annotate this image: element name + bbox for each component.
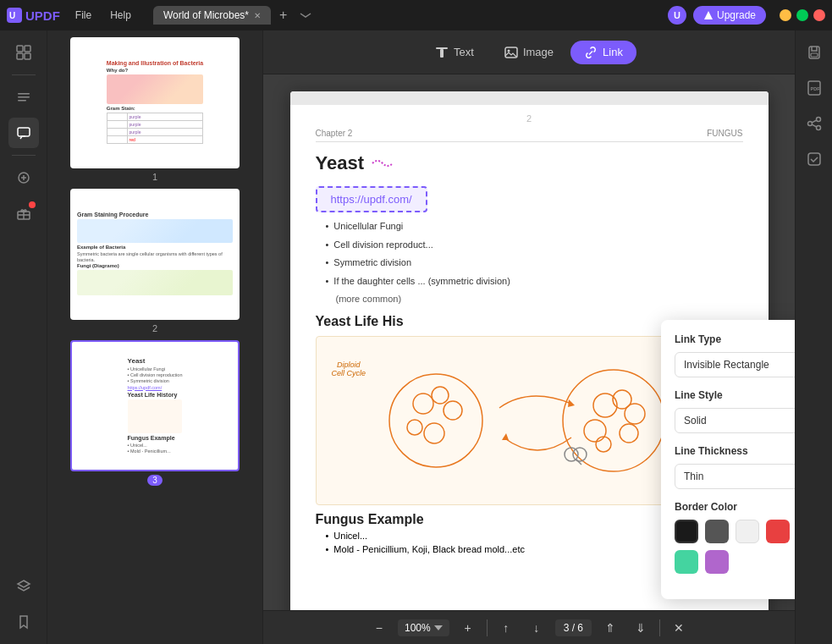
- color-swatch-6[interactable]: [705, 550, 729, 574]
- color-swatch-2[interactable]: [736, 520, 759, 543]
- page-up-button[interactable]: ↑: [494, 616, 518, 640]
- maximize-button[interactable]: □: [796, 9, 808, 21]
- toolbar: Text Image Link: [263, 30, 795, 74]
- tab-close-icon[interactable]: ✕: [254, 11, 261, 20]
- tab-overflow-icon[interactable]: [299, 8, 312, 22]
- color-swatch-1[interactable]: [705, 520, 729, 543]
- tab-world-microbes[interactable]: World of Microbes* ✕: [153, 6, 271, 25]
- color-swatch-3[interactable]: [766, 520, 790, 543]
- thumbnail-3[interactable]: Yeast • Unicellular Fungi• Cell division…: [54, 340, 256, 486]
- thumb-box-2[interactable]: Gram Staining Procedure Example of Bacte…: [70, 189, 240, 320]
- link-type-select[interactable]: Invisible Rectangle Visible Rectangle: [675, 352, 795, 377]
- right-check-icon[interactable]: [799, 144, 829, 174]
- svg-point-39: [816, 118, 820, 122]
- minimize-button[interactable]: −: [780, 9, 791, 21]
- thumb-num-2: 2: [152, 323, 157, 333]
- svg-point-30: [584, 420, 606, 442]
- squiggle-icon: [371, 156, 394, 171]
- bullet-daughter: If the daughter cells ... (symmetric div…: [326, 274, 743, 289]
- sidebar-bookmark-icon[interactable]: [8, 607, 39, 637]
- upgrade-button[interactable]: Upgrade: [693, 6, 766, 25]
- avatar: U: [668, 6, 686, 25]
- sidebar-edit-icon[interactable]: [8, 82, 39, 113]
- svg-point-18: [413, 394, 433, 414]
- right-share-icon[interactable]: [799, 108, 829, 139]
- line-style-select[interactable]: Solid Dashed Dotted: [675, 408, 795, 433]
- svg-point-41: [816, 126, 820, 130]
- line-style-section: Line Style Solid Dashed Dotted: [675, 389, 795, 433]
- link-tool-icon: [584, 46, 598, 59]
- diploid-label: DiploidCell Cycle: [332, 361, 366, 377]
- svg-point-20: [444, 401, 462, 420]
- image-tool-button[interactable]: Image: [491, 41, 567, 64]
- sidebar-thumbnail-icon[interactable]: [8, 37, 39, 68]
- thumb-num-3: 3: [147, 475, 163, 486]
- sidebar-divider-2: [12, 155, 36, 156]
- thumbnail-2[interactable]: Gram Staining Procedure Example of Bacte…: [54, 189, 256, 333]
- line-thickness-select[interactable]: Thin Medium Thick: [675, 464, 795, 489]
- svg-point-31: [596, 437, 611, 452]
- window-controls: − □ ✕: [780, 9, 825, 21]
- svg-point-28: [625, 404, 645, 424]
- svg-point-40: [807, 122, 812, 126]
- zoom-out-button[interactable]: −: [367, 616, 391, 640]
- sidebar-layers-icon[interactable]: [8, 571, 39, 602]
- thumbnail-1[interactable]: Making and Illustration of Bacteria Why …: [54, 37, 256, 182]
- thumb-box-1[interactable]: Making and Illustration of Bacteria Why …: [70, 37, 240, 168]
- svg-rect-4: [25, 46, 30, 52]
- right-save-icon[interactable]: [799, 37, 829, 68]
- sidebar-tools-icon[interactable]: [8, 162, 39, 193]
- more-common: (more common): [336, 292, 743, 307]
- bullet-symmetric: Symmetric division: [326, 256, 743, 271]
- text-tool-icon: [435, 46, 449, 59]
- chapter-label: Chapter 2: [316, 129, 353, 138]
- svg-point-16: [507, 49, 510, 52]
- zoom-display: 100%: [398, 619, 449, 636]
- upgrade-icon: [703, 10, 714, 20]
- svg-point-22: [407, 420, 422, 435]
- page-down-button[interactable]: ↓: [525, 616, 548, 640]
- yeast-title: Yeast: [316, 152, 743, 174]
- tab-label: World of Microbes*: [163, 9, 249, 21]
- link-type-label: Link Type: [675, 333, 795, 345]
- svg-rect-6: [25, 53, 30, 59]
- tab-bar: World of Microbes* ✕ +: [153, 6, 661, 25]
- tab-add-icon[interactable]: +: [274, 8, 292, 23]
- svg-point-21: [424, 423, 444, 443]
- color-swatch-0[interactable]: [675, 520, 698, 543]
- titlebar-actions: U Upgrade − □ ✕: [668, 6, 825, 25]
- svg-marker-24: [502, 433, 509, 440]
- bullet-celldiv: Cell division reproduct...: [326, 238, 743, 253]
- svg-rect-36: [811, 53, 818, 57]
- app-logo: U UPDF: [7, 8, 60, 23]
- menu-help[interactable]: Help: [102, 6, 140, 25]
- zoom-in-button[interactable]: +: [456, 616, 480, 640]
- svg-rect-10: [18, 128, 30, 136]
- text-tool-button[interactable]: Text: [422, 41, 488, 64]
- svg-text:U: U: [9, 11, 15, 20]
- color-swatches: [675, 520, 795, 574]
- right-pdf-icon[interactable]: PDF: [799, 73, 829, 103]
- thumb-box-3[interactable]: Yeast • Unicellular Fungi• Cell division…: [70, 340, 240, 471]
- link-url-box[interactable]: https://updf.com/: [316, 186, 427, 212]
- page-bullets: Unicellular Fungi Cell division reproduc…: [316, 219, 743, 307]
- divider-1: [487, 619, 488, 636]
- app-name: UPDF: [25, 8, 60, 23]
- sidebar-gift-icon[interactable]: [8, 198, 39, 228]
- page-last-button[interactable]: ⇓: [629, 616, 653, 640]
- svg-rect-14: [440, 49, 444, 58]
- color-swatch-5[interactable]: [675, 550, 698, 574]
- close-doc-button[interactable]: ✕: [667, 616, 691, 640]
- doc-area: Text Image Link 2 Chapter 2 FUNGUS: [263, 30, 795, 644]
- image-tool-icon: [504, 46, 518, 59]
- svg-point-29: [620, 424, 638, 443]
- page-header: Chapter 2 FUNGUS: [316, 129, 743, 142]
- link-tool-button[interactable]: Link: [570, 41, 636, 64]
- close-button[interactable]: ✕: [813, 9, 825, 21]
- sidebar-comment-icon[interactable]: [8, 118, 39, 148]
- menu-file[interactable]: File: [67, 6, 100, 25]
- svg-rect-3: [17, 46, 23, 52]
- titlebar: U UPDF File Help World of Microbes* ✕ + …: [0, 0, 832, 30]
- page-first-button[interactable]: ⇑: [598, 616, 622, 640]
- fungus-label: FUNGUS: [707, 129, 742, 138]
